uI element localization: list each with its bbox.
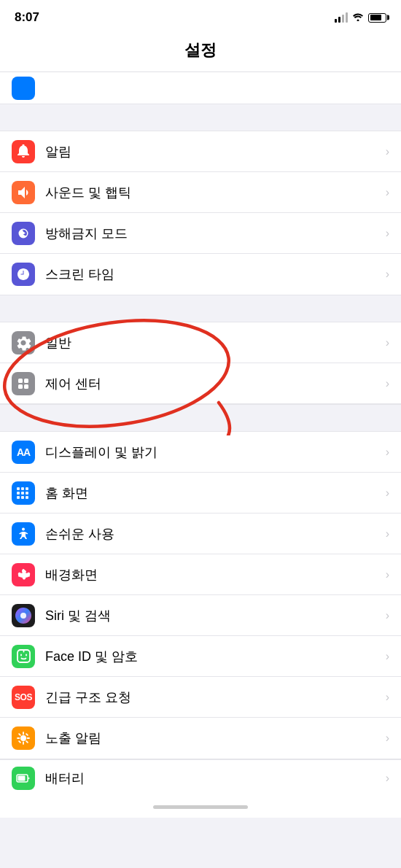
homescreen-row[interactable]: 홈 화면 ›	[0, 473, 401, 514]
svg-rect-11	[17, 496, 20, 499]
focus-row[interactable]: 방해금지 모드 ›	[0, 213, 401, 254]
status-icons	[335, 12, 386, 23]
section-gap-2	[0, 295, 401, 322]
svg-rect-13	[26, 496, 28, 499]
wallpaper-icon	[12, 563, 35, 586]
battery-chevron: ›	[386, 772, 389, 785]
top-partial-row	[0, 72, 401, 104]
display-icon: AA	[12, 441, 35, 464]
controlcenter-label: 제어 센터	[45, 375, 386, 392]
sound-label: 사운드 및 햅틱	[45, 184, 386, 201]
sos-icon: SOS	[12, 686, 35, 709]
exposure-chevron: ›	[386, 732, 389, 745]
display-label: 디스플레이 및 밝기	[45, 443, 386, 461]
svg-rect-0	[18, 379, 23, 383]
accessibility-row[interactable]: 손쉬운 사용 ›	[0, 514, 401, 554]
battery-partial-row[interactable]: 배터리 ›	[0, 759, 401, 796]
sos-chevron: ›	[386, 691, 389, 704]
screentime-chevron: ›	[386, 268, 389, 281]
svg-line-24	[19, 734, 20, 735]
notifications-row[interactable]: 알림 ›	[0, 131, 401, 172]
home-indicator	[153, 805, 248, 809]
faceid-row[interactable]: Face ID 및 암호 ›	[0, 636, 401, 677]
homescreen-chevron: ›	[386, 487, 389, 500]
faceid-chevron: ›	[386, 650, 389, 663]
svg-rect-3	[24, 384, 28, 389]
display-aa-text: AA	[17, 446, 30, 458]
exposure-row[interactable]: 노출 알림 ›	[0, 718, 401, 759]
svg-point-19	[20, 735, 26, 741]
svg-rect-5	[17, 487, 20, 490]
page-title: 설정	[0, 39, 401, 61]
settings-group-3: AA 디스플레이 및 밝기 › 홈 화면 ›	[0, 431, 401, 759]
siri-row[interactable]: Siri 및 검색 ›	[0, 595, 401, 636]
siri-dot	[20, 613, 26, 619]
display-chevron: ›	[386, 446, 389, 459]
page-title-bar: 설정	[0, 32, 401, 72]
faceid-icon	[12, 645, 35, 668]
wallpaper-label: 배경화면	[45, 566, 386, 584]
signal-icon	[335, 12, 348, 23]
wallpaper-chevron: ›	[386, 568, 389, 581]
siri-label: Siri 및 검색	[45, 607, 386, 624]
general-row[interactable]: 일반 ›	[0, 322, 401, 363]
wallpaper-row[interactable]: 배경화면 ›	[0, 554, 401, 595]
accessibility-label: 손쉬운 사용	[45, 525, 386, 543]
general-icon	[12, 331, 35, 354]
homescreen-label: 홈 화면	[45, 484, 386, 502]
screentime-label: 스크린 타임	[45, 266, 386, 283]
exposure-icon	[12, 726, 35, 750]
focus-label: 방해금지 모드	[45, 225, 386, 242]
accessibility-icon	[12, 522, 35, 546]
svg-rect-12	[21, 496, 24, 499]
svg-line-27	[19, 741, 20, 743]
controlcenter-chevron: ›	[386, 377, 389, 390]
svg-rect-6	[21, 487, 24, 490]
sos-label: 긴급 구조 요청	[45, 689, 386, 706]
sound-icon	[12, 181, 35, 204]
controlcenter-icon	[12, 372, 35, 395]
top-partial-icon	[12, 77, 35, 100]
svg-rect-8	[17, 492, 20, 495]
faceid-label: Face ID 및 암호	[45, 648, 386, 665]
siri-chevron: ›	[386, 609, 389, 622]
svg-line-26	[26, 734, 28, 735]
sound-row[interactable]: 사운드 및 햅틱 ›	[0, 172, 401, 213]
settings-group-2: 일반 › 제어 센터 ›	[0, 322, 401, 405]
svg-rect-7	[26, 487, 28, 490]
notifications-label: 알림	[45, 143, 386, 160]
svg-line-25	[26, 741, 28, 743]
section-gap-3	[0, 405, 401, 431]
status-time: 8:07	[15, 10, 39, 25]
battery-icon	[368, 13, 386, 23]
svg-rect-10	[26, 492, 28, 495]
notifications-icon	[12, 140, 35, 163]
focus-chevron: ›	[386, 227, 389, 240]
screentime-row[interactable]: 스크린 타임 ›	[0, 254, 401, 295]
siri-icon	[12, 604, 35, 627]
accessibility-chevron: ›	[386, 527, 389, 540]
battery-row-icon	[12, 767, 35, 790]
screentime-icon	[12, 263, 35, 286]
svg-point-14	[22, 527, 25, 530]
settings-group-1: 알림 › 사운드 및 햅틱 › 방해금지 모드 ›	[0, 131, 401, 295]
section-gap-1	[0, 104, 401, 131]
home-indicator-bar	[0, 796, 401, 818]
svg-rect-1	[24, 379, 28, 383]
wifi-icon	[352, 12, 364, 23]
status-bar: 8:07	[0, 0, 401, 32]
controlcenter-row[interactable]: 제어 센터 ›	[0, 363, 401, 404]
exposure-label: 노출 알림	[45, 729, 386, 747]
general-chevron: ›	[386, 336, 389, 349]
focus-icon	[12, 222, 35, 245]
homescreen-icon	[12, 481, 35, 505]
battery-label: 배터리	[45, 770, 386, 787]
sos-row[interactable]: SOS 긴급 구조 요청 ›	[0, 677, 401, 718]
svg-rect-2	[18, 384, 23, 389]
display-row[interactable]: AA 디스플레이 및 밝기 ›	[0, 432, 401, 473]
notifications-chevron: ›	[386, 145, 389, 158]
siri-orb	[15, 608, 31, 624]
svg-rect-9	[21, 492, 24, 495]
general-label: 일반	[45, 334, 386, 352]
svg-rect-29	[18, 775, 26, 780]
